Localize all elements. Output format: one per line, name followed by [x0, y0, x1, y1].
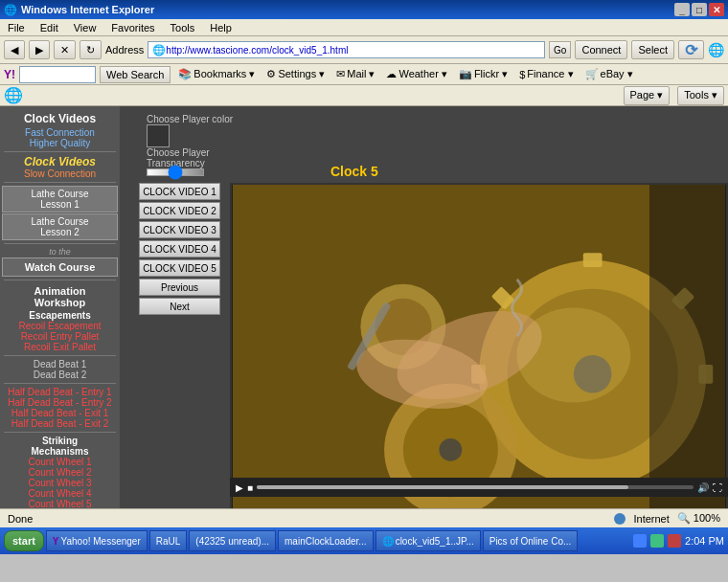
count-wheel4-link[interactable]: Count Wheel 4 — [2, 488, 118, 499]
maximize-button[interactable]: □ — [692, 3, 707, 16]
menu-edit[interactable]: Edit — [36, 19, 62, 36]
taskbar-clock-vid[interactable]: 🌐 clock_vid5_1..JP... — [375, 530, 481, 551]
mail-menu[interactable]: ✉ Mail ▾ — [332, 65, 378, 84]
nav-bar: ◀ ▶ ✕ ↻ Address 🌐 http://www.tascione.co… — [4, 38, 724, 61]
player-color-label: Choose Player color — [147, 114, 233, 124]
watch-course-btn[interactable]: Watch Course — [2, 257, 118, 277]
systray-icon-1 — [633, 534, 647, 548]
svg-rect-19 — [649, 185, 725, 508]
sidebar: Clock Videos Fast Connection Higher Qual… — [0, 106, 120, 508]
forward-button[interactable]: ▶ — [29, 40, 50, 59]
clock-video-1-btn[interactable]: CLOCK VIDEO 1 — [139, 183, 220, 200]
taskbar-mail[interactable]: (42325 unread)... — [189, 530, 276, 551]
status-text: Done — [8, 513, 33, 525]
recoil-entry-pallet-link[interactable]: Recoil Entry Pallet — [2, 331, 118, 342]
select-button[interactable]: Select — [631, 40, 674, 59]
divider1 — [4, 151, 116, 152]
clock-video-3-btn[interactable]: CLOCK VIDEO 3 — [139, 221, 220, 238]
lathe-lesson1-btn[interactable]: Lathe CourseLesson 1 — [2, 186, 118, 213]
weather-menu[interactable]: ☁ Weather ▾ — [382, 65, 450, 84]
video-controls-bar: ▶ ■ 🔊 ⛶ — [230, 478, 728, 497]
player-color-section: Choose Player color Choose PlayerTranspa… — [147, 114, 233, 176]
menu-favorites[interactable]: Favorites — [107, 19, 158, 36]
sidebar-clock-videos-title: Clock Videos — [2, 110, 118, 127]
url-text[interactable]: http://www.tascione.com/clock_vid5_1.htm… — [166, 45, 348, 56]
go-button[interactable]: Go — [549, 41, 571, 58]
taskbar-clock: 2:04 PM — [685, 535, 724, 547]
refresh2-button[interactable]: ⟳ — [678, 40, 704, 59]
sidebar-slow-connection[interactable]: Slow Connection — [2, 168, 118, 179]
start-button[interactable]: start — [4, 530, 44, 551]
divider6 — [4, 383, 116, 384]
half-dead-entry1-link[interactable]: Half Dead Beat - Entry 1 — [2, 387, 118, 397]
animation-workshop-heading: AnimationWorkshop — [2, 283, 118, 310]
taskbar-yahoo-messenger[interactable]: Y Yahoo! Messenger — [46, 530, 148, 551]
video-content — [232, 185, 726, 508]
stop-button[interactable]: ■ — [247, 482, 253, 493]
address-label: Address — [105, 44, 144, 56]
count-wheel1-link[interactable]: Count Wheel 1 — [2, 457, 118, 467]
color-picker-box[interactable] — [147, 124, 170, 147]
menu-tools[interactable]: Tools — [167, 19, 199, 36]
clock-label: Clock 5 — [330, 164, 378, 179]
transparency-slider[interactable] — [147, 168, 204, 176]
taskbar-left: start Y Yahoo! Messenger RaUL (42325 unr… — [4, 530, 578, 551]
status-left: Done — [8, 513, 33, 525]
ie-small-icon: 🌐 — [152, 44, 166, 56]
ebay-menu[interactable]: 🛒 eBay ▾ — [581, 65, 637, 84]
half-dead-entry2-link[interactable]: Half Dead Beat - Entry 2 — [2, 397, 118, 408]
clock-video-4-btn[interactable]: CLOCK VIDEO 4 — [139, 240, 220, 257]
taskbar-raul[interactable]: RaUL — [149, 530, 188, 551]
volume-button[interactable]: 🔊 — [697, 482, 709, 493]
half-dead-exit2-link[interactable]: Half Dead Beat - Exit 2 — [2, 418, 118, 429]
sidebar-fast-connection[interactable]: Fast Connection — [2, 127, 118, 138]
sidebar-higher-quality[interactable]: Higher Quality — [2, 138, 118, 148]
page-tools-button[interactable]: Page ▾ — [624, 86, 671, 105]
stop-button[interactable]: ✕ — [54, 40, 76, 59]
count-wheel2-link[interactable]: Count Wheel 2 — [2, 467, 118, 478]
menu-help[interactable]: Help — [206, 19, 236, 36]
previous-btn[interactable]: Previous — [139, 279, 220, 296]
clock-video-2-btn[interactable]: CLOCK VIDEO 2 — [139, 202, 220, 219]
count-wheel5-link[interactable]: Count Wheel 5 — [2, 499, 118, 508]
striking-heading: Striking — [2, 436, 118, 446]
fullscreen-button[interactable]: ⛶ — [713, 482, 722, 493]
refresh-button[interactable]: ↻ — [80, 40, 102, 59]
taskbar-main-clock-loader[interactable]: mainClockLoader... — [278, 530, 374, 551]
zone-icon — [614, 513, 626, 525]
half-dead-exit1-link[interactable]: Half Dead Beat - Exit 1 — [2, 408, 118, 418]
video-player — [230, 183, 728, 508]
tools-button[interactable]: Tools ▾ — [677, 86, 724, 105]
menu-file[interactable]: File — [4, 19, 29, 36]
dead-beat-1-link[interactable]: Dead Beat 1 — [2, 359, 118, 369]
ie-toolbar: 🌐 Page ▾ Tools ▾ — [0, 85, 728, 106]
recoil-escapement-link[interactable]: Recoil Escapement — [2, 321, 118, 331]
bookmarks-menu[interactable]: 📚 Bookmarks ▾ — [174, 65, 259, 84]
lathe-lesson2-btn[interactable]: Lathe CourseLesson 2 — [2, 213, 118, 240]
zoom-text: 🔍 100% — [677, 512, 720, 525]
yahoo-search-input[interactable] — [19, 66, 96, 83]
escapements-heading: Escapements — [2, 310, 118, 321]
back-button[interactable]: ◀ — [4, 40, 25, 59]
connect-button[interactable]: Connect — [575, 40, 627, 59]
minimize-button[interactable]: _ — [674, 3, 690, 16]
count-wheel3-link[interactable]: Count Wheel 3 — [2, 478, 118, 488]
content-area: Choose Player color Choose PlayerTranspa… — [120, 106, 728, 508]
progress-bar[interactable] — [257, 485, 694, 489]
status-bar: Done Internet 🔍 100% — [0, 508, 728, 527]
flickr-menu[interactable]: 📷 Flickr ▾ — [455, 65, 512, 84]
play-button[interactable]: ▶ — [236, 482, 243, 493]
sidebar-clock-videos-italic[interactable]: Clock Videos — [2, 155, 118, 168]
taskbar-pics[interactable]: Pics of Online Co... — [483, 530, 579, 551]
web-search-button[interactable]: Web Search — [100, 66, 171, 83]
dead-beat-2-link[interactable]: Dead Beat 2 — [2, 369, 118, 380]
title-bar: 🌐 Windows Internet Explorer _ □ ✕ — [0, 0, 728, 19]
close-button[interactable]: ✕ — [709, 3, 724, 16]
finance-menu[interactable]: $ Finance ▾ — [515, 65, 577, 84]
clock-video-5-btn[interactable]: CLOCK VIDEO 5 — [139, 259, 220, 277]
divider5 — [4, 355, 116, 356]
next-btn[interactable]: Next — [139, 298, 220, 315]
recoil-exit-pallet-link[interactable]: Recoil Exit Pallet — [2, 342, 118, 352]
settings-menu[interactable]: ⚙ Settings ▾ — [262, 65, 329, 84]
menu-view[interactable]: View — [70, 19, 101, 36]
